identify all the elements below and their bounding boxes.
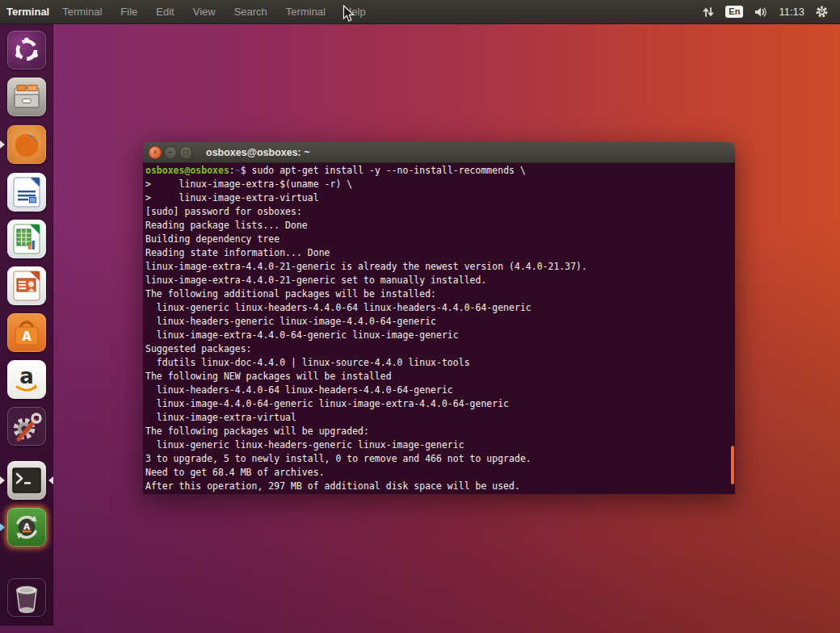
menu-item-search[interactable]: Search [234,6,267,18]
terminal-line: The following additional packages will b… [145,287,735,301]
terminal-line: After this operation, 297 MB of addition… [145,480,735,493]
file-cabinet-icon [7,78,46,116]
keyboard-layout-indicator[interactable]: En [725,6,743,18]
impress-presentation-icon [7,266,46,305]
launcher-item-amazon[interactable]: a [7,360,46,399]
launcher-item-software-updater[interactable]: A [7,508,46,547]
launcher-item-system-settings[interactable] [7,407,46,446]
clock[interactable]: 11:13 [779,6,804,18]
terminal-output[interactable]: osboxes@osboxes:~$ sudo apt-get install … [143,163,735,494]
terminal-scrollbar[interactable] [731,446,734,484]
minimize-icon: − [168,148,173,156]
launcher-item-terminal[interactable] [7,461,46,500]
terminal-line: [sudo] password for osboxes: [145,205,735,219]
global-menu: Terminal File Edit View Search Terminal … [62,6,366,18]
svg-text:a: a [19,364,34,388]
menu-item-terminal[interactable]: Terminal [286,6,326,18]
unity-launcher: A a [0,24,53,626]
svg-text:A: A [22,329,32,344]
terminal-line: Reading state information... Done [145,246,735,260]
terminal-line: linux-generic linux-headers-4.4.0-64 lin… [145,301,735,315]
menu-item-edit[interactable]: Edit [156,6,174,18]
running-indicator [0,523,5,531]
maximize-icon: □ [183,148,188,156]
launcher-item-libreoffice-calc[interactable] [7,220,46,258]
terminal-line: linux-image-extra-4.4.0-21-generic set t… [145,274,735,287]
terminal-line: > linux-image-extra-virtual [145,191,735,205]
writer-document-icon [7,173,46,212]
menu-item-terminal-appmenu[interactable]: Terminal [62,6,102,18]
terminal-line: linux-generic linux-headers-generic linu… [145,438,735,452]
running-indicator [0,476,5,484]
terminal-line: fdutils linux-doc-4.4.0 | linux-source-4… [145,356,735,370]
terminal-line: linux-headers-4.4.0-64 linux-headers-4.4… [145,384,735,397]
terminal-line: Reading package lists... Done [145,219,735,233]
terminal-line: The following NEW packages will be insta… [145,370,735,384]
focused-indicator [48,476,53,484]
terminal-line: Building dependency tree [145,233,735,246]
terminal-line: osboxes@osboxes:~$ sudo apt-get install … [145,164,735,178]
window-titlebar[interactable]: × − □ osboxes@osboxes: ~ [143,142,735,163]
terminal-icon [7,461,46,500]
terminal-line: Need to get 68.4 MB of archives. [145,466,735,480]
top-panel: Terminal Terminal File Edit View Search … [0,0,840,24]
terminal-line: > linux-image-extra-$(uname -r) \ [145,178,735,191]
terminal-line: 3 to upgrade, 5 to newly install, 0 to r… [145,452,735,466]
close-icon: × [153,148,158,156]
terminal-line: Suggested packages: [145,342,735,356]
close-button[interactable]: × [149,146,162,159]
software-center-bag-icon: A [7,313,46,352]
launcher-item-libreoffice-impress[interactable] [7,266,46,305]
minimize-button[interactable]: − [164,146,177,159]
terminal-line: linux-image-extra-4.4.0-64-generic linux… [145,329,735,342]
menu-item-file[interactable]: File [120,6,137,18]
menu-item-view[interactable]: View [193,6,216,18]
launcher-item-ubuntu-dash[interactable] [7,31,46,69]
launcher-item-trash[interactable] [7,578,46,617]
launcher-item-firefox[interactable] [7,125,46,164]
terminal-window: × − □ osboxes@osboxes: ~ osboxes@osboxes… [143,142,735,494]
ubuntu-logo-icon [7,31,46,69]
window-title: osboxes@osboxes: ~ [206,147,310,158]
terminal-line: The following packages will be upgraded: [145,425,735,438]
calc-spreadsheet-icon [7,220,46,258]
firefox-icon [7,125,46,164]
maximize-button[interactable]: □ [179,146,192,159]
amazon-icon: a [7,360,46,399]
settings-gear-wrench-icon [7,407,46,446]
network-indicator-icon[interactable] [702,6,715,19]
session-gear-icon[interactable] [815,5,829,19]
terminal-line: linux-image-extra-virtual [145,411,735,425]
terminal-line: linux-image-4.4.0-64-generic linux-image… [145,397,735,411]
running-indicator [0,140,5,149]
volume-icon[interactable] [754,6,768,19]
launcher-item-files[interactable] [7,78,46,116]
mouse-cursor [342,5,355,26]
terminal-line: linux-headers-generic linux-image-4.4.0-… [145,315,735,329]
active-app-name: Terminal [6,6,49,18]
trash-icon [7,578,46,617]
terminal-line: linux-image-extra-4.4.0-21-generic is al… [145,260,735,274]
launcher-item-libreoffice-writer[interactable] [7,173,46,212]
launcher-item-ubuntu-software-center[interactable]: A [7,313,46,352]
svg-text:A: A [23,522,31,531]
software-updater-icon: A [7,508,46,547]
